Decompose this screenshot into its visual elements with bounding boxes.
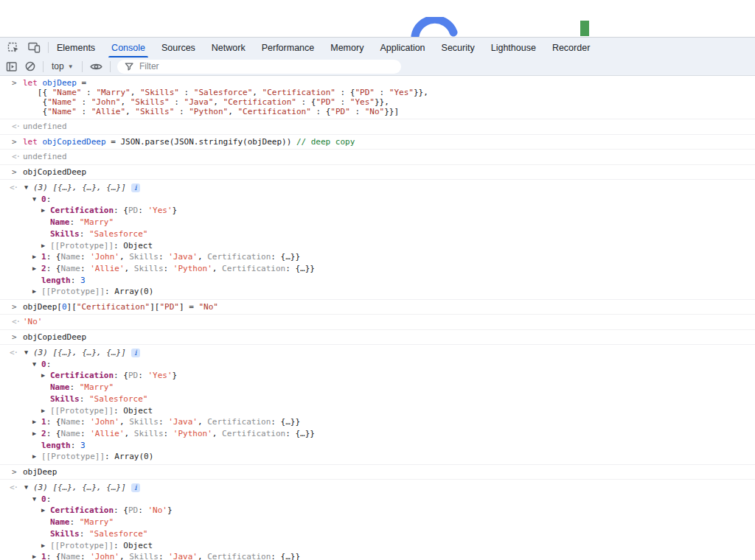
tab-label: Performance — [262, 43, 315, 53]
tab-network[interactable]: Network — [203, 38, 254, 57]
twisty-expanded-icon[interactable]: ▼ — [24, 182, 33, 194]
token-pln: : — [114, 241, 123, 251]
twisty-expanded-icon[interactable]: ▼ — [32, 494, 41, 505]
console-entry-result: <·'No' — [0, 315, 755, 330]
console-command: let objDeep = [{ "Name" : "Marry", "Skil… — [23, 78, 755, 116]
token-key: 0 — [41, 494, 46, 504]
token-ostr: 'John' — [90, 552, 119, 560]
token-kmu: [[Prototype]] — [50, 241, 114, 251]
twisty-collapsed-icon[interactable]: ▶ — [41, 505, 50, 517]
token-kmu: [[Prototype]] — [50, 406, 114, 416]
tab-application[interactable]: Application — [372, 38, 433, 57]
token-ostr: "Marry" — [80, 382, 114, 392]
console-entry-input: >let objDeep = [{ "Name" : "Marry", "Ski… — [0, 76, 755, 119]
twisty-collapsed-icon[interactable]: ▶ — [32, 416, 41, 428]
twisty-expanded-icon[interactable]: ▼ — [32, 194, 41, 206]
token-vr: objCopiedDeep — [43, 137, 106, 147]
twisty-collapsed-icon[interactable]: ▶ — [41, 240, 50, 252]
object-property-row: ▶1: {Name: 'John', Skills: 'Java', Certi… — [0, 416, 755, 428]
twisty-collapsed-icon[interactable]: ▶ — [32, 286, 41, 298]
twisty-collapsed-icon[interactable]: ▶ — [41, 405, 50, 417]
token-pln: : — [105, 452, 114, 461]
tab-sources[interactable]: Sources — [153, 38, 203, 57]
console-entry-input: >objDeep — [0, 465, 755, 480]
token-kmu: [[Prototype]] — [50, 541, 114, 550]
token-istr: "Allie" — [91, 107, 125, 116]
twisty-expanded-icon[interactable]: ▼ — [24, 347, 33, 359]
token-key: 2 — [41, 264, 46, 273]
token-pln: : — [71, 276, 80, 285]
token-ostr: "Salesforce" — [89, 394, 147, 404]
console-command: objCopiedDeep — [23, 332, 755, 342]
token-ostr: 'John' — [90, 417, 119, 427]
code-line: 'No' — [23, 317, 755, 327]
twisty-collapsed-icon[interactable]: ▶ — [32, 451, 41, 463]
twisty-collapsed-icon[interactable]: ▶ — [32, 551, 41, 560]
token-pln: : — [159, 552, 168, 560]
tab-security[interactable]: Security — [434, 38, 483, 57]
twisty-collapsed-icon[interactable]: ▶ — [41, 205, 50, 217]
inspect-element-icon[interactable] — [7, 42, 19, 54]
token-kmu: Name — [61, 552, 81, 560]
token-istr: "PD" — [355, 88, 375, 97]
twisty-collapsed-icon[interactable]: ▶ — [41, 370, 50, 382]
token-istr: "PD" — [330, 107, 350, 116]
clear-console-icon[interactable] — [24, 60, 36, 72]
console-result: undefined — [23, 122, 755, 132]
token-key: Name — [50, 217, 70, 227]
token-key: 1 — [41, 552, 46, 560]
twisty-expanded-icon[interactable]: ▼ — [24, 482, 33, 494]
token-num: 3 — [80, 276, 86, 285]
tab-label: Security — [442, 43, 475, 53]
token-pln: { — [23, 97, 47, 107]
devtools-panel: ElementsConsoleSourcesNetworkPerformance… — [0, 37, 755, 560]
twisty-collapsed-icon[interactable]: ▶ — [41, 540, 50, 552]
token-ostr: 'No' — [23, 317, 43, 326]
twisty-expanded-icon[interactable]: ▼ — [32, 359, 41, 371]
token-kmu: Name — [61, 417, 81, 427]
token-pln: : — [164, 429, 173, 438]
object-property-row: length: 3 — [0, 275, 755, 287]
console-sidebar-toggle-icon[interactable] — [6, 61, 18, 72]
context-label: top — [52, 61, 64, 71]
token-istr: "No" — [198, 302, 218, 312]
twisty-collapsed-icon[interactable]: ▶ — [32, 251, 41, 263]
console-prompt-icon: > — [0, 302, 23, 312]
object-property-row: Name: "Marry" — [0, 517, 755, 528]
tab-recorder[interactable]: Recorder — [544, 38, 598, 57]
token-kmu: PD — [128, 505, 138, 515]
create-live-expression-icon[interactable] — [89, 61, 103, 72]
object-property-row: ▶Certification: {PD: 'Yes'} — [0, 370, 755, 382]
token-ostr: "Marry" — [80, 517, 114, 527]
token-pln: ][ — [67, 302, 77, 312]
toggle-device-toolbar-icon[interactable] — [28, 42, 41, 53]
code-line: {"Name" : "Allie", "Skills" : "Python", … — [23, 107, 755, 116]
twisty-collapsed-icon[interactable]: ▶ — [32, 428, 41, 440]
token-obj: Object — [123, 541, 153, 550]
info-icon[interactable]: i — [131, 349, 140, 357]
tab-label: Elements — [57, 43, 95, 53]
tab-console[interactable]: Console — [103, 38, 153, 57]
result-arrow-icon: <· — [10, 182, 18, 194]
tab-elements[interactable]: Elements — [49, 38, 103, 57]
token-pln: : { — [335, 88, 355, 97]
tab-memory[interactable]: Memory — [322, 38, 372, 57]
tab-lighthouse[interactable]: Lighthouse — [483, 38, 544, 57]
token-kmu: Skills — [129, 252, 159, 262]
object-property-row: ▶[[Prototype]]: Object — [0, 405, 755, 417]
token-pln: : — [105, 287, 114, 296]
filter-input[interactable] — [138, 60, 394, 72]
token-pln: , — [213, 97, 223, 107]
javascript-context-selector[interactable]: top ▼ — [50, 61, 75, 71]
tab-performance[interactable]: Performance — [254, 38, 323, 57]
console-command: objCopiedDeep — [23, 167, 755, 177]
token-pln: = — [77, 78, 86, 88]
console-filter[interactable] — [117, 60, 401, 74]
info-icon[interactable]: i — [131, 183, 140, 192]
tab-label: Memory — [330, 43, 363, 53]
token-pln: : — [71, 441, 80, 450]
token-obj: Object — [123, 241, 153, 251]
info-icon[interactable]: i — [131, 483, 140, 492]
token-kmu: [[Prototype]] — [41, 287, 105, 296]
twisty-collapsed-icon[interactable]: ▶ — [32, 263, 41, 275]
